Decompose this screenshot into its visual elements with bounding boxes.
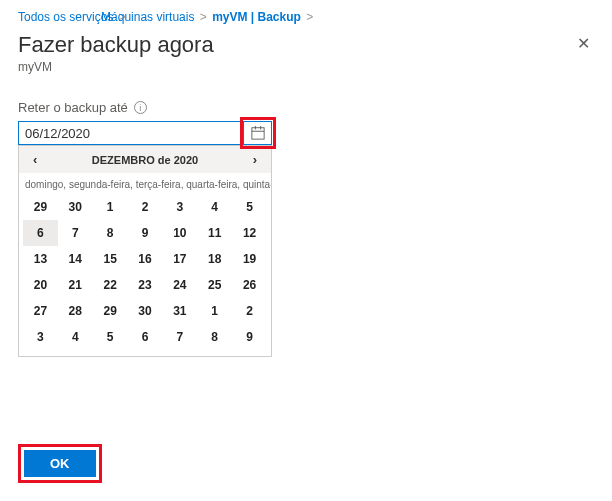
ok-button[interactable]: OK <box>24 450 96 477</box>
calendar-day[interactable]: 16 <box>128 246 163 272</box>
calendar-day[interactable]: 29 <box>93 298 128 324</box>
calendar-popup: ‹ DEZEMBRO de 2020 › domingo, segunda-fe… <box>18 145 272 357</box>
calendar-day[interactable]: 29 <box>23 194 58 220</box>
calendar-day[interactable]: 8 <box>93 220 128 246</box>
calendar-day[interactable]: 3 <box>162 194 197 220</box>
svg-rect-0 <box>251 128 263 139</box>
calendar-day[interactable]: 14 <box>58 246 93 272</box>
calendar-day[interactable]: 27 <box>23 298 58 324</box>
calendar-day[interactable]: 7 <box>58 220 93 246</box>
calendar-day[interactable]: 1 <box>93 194 128 220</box>
calendar-day[interactable]: 15 <box>93 246 128 272</box>
calendar-day[interactable]: 4 <box>58 324 93 350</box>
calendar-day[interactable]: 30 <box>58 194 93 220</box>
calendar-day[interactable]: 24 <box>162 272 197 298</box>
calendar-day[interactable]: 21 <box>58 272 93 298</box>
calendar-day[interactable]: 23 <box>128 272 163 298</box>
retain-date-input[interactable] <box>18 121 244 145</box>
retain-label: Reter o backup até <box>18 100 128 115</box>
calendar-day[interactable]: 9 <box>232 324 267 350</box>
calendar-day[interactable]: 4 <box>197 194 232 220</box>
calendar-day[interactable]: 10 <box>162 220 197 246</box>
calendar-day[interactable]: 2 <box>128 194 163 220</box>
info-icon[interactable]: i <box>134 101 147 114</box>
breadcrumb-item-services[interactable]: Todos os serviços <box>18 10 113 24</box>
calendar-day[interactable]: 22 <box>93 272 128 298</box>
calendar-day[interactable]: 1 <box>197 298 232 324</box>
calendar-next-icon[interactable]: › <box>247 150 263 169</box>
calendar-month-label[interactable]: DEZEMBRO de 2020 <box>92 154 198 166</box>
calendar-day[interactable]: 6 <box>128 324 163 350</box>
page-subtitle: myVM <box>18 60 214 74</box>
calendar-day[interactable]: 11 <box>197 220 232 246</box>
calendar-day[interactable]: 31 <box>162 298 197 324</box>
calendar-day[interactable]: 25 <box>197 272 232 298</box>
calendar-day[interactable]: 17 <box>162 246 197 272</box>
page-title: Fazer backup agora <box>18 32 214 58</box>
calendar-day[interactable]: 8 <box>197 324 232 350</box>
calendar-day[interactable]: 13 <box>23 246 58 272</box>
calendar-day[interactable]: 26 <box>232 272 267 298</box>
date-field-wrap <box>18 121 272 145</box>
retain-label-row: Reter o backup até i <box>18 100 594 115</box>
breadcrumb-item-vms[interactable]: Máquinas virtuais <box>101 10 194 24</box>
calendar-day[interactable]: 6 <box>23 220 58 246</box>
footer: OK <box>18 444 102 483</box>
calendar-header: ‹ DEZEMBRO de 2020 › <box>19 146 271 173</box>
calendar-day[interactable]: 30 <box>128 298 163 324</box>
calendar-prev-icon[interactable]: ‹ <box>27 150 43 169</box>
calendar-grid: 2930123456789101112131415161718192021222… <box>19 194 271 356</box>
calendar-day[interactable]: 20 <box>23 272 58 298</box>
calendar-button[interactable] <box>244 121 272 145</box>
calendar-weekdays: domingo, segunda-feira, terça-feira, qua… <box>19 173 271 194</box>
calendar-day[interactable]: 9 <box>128 220 163 246</box>
breadcrumb-sep: > <box>306 10 313 24</box>
calendar-day[interactable]: 5 <box>232 194 267 220</box>
breadcrumb-sep: > <box>200 10 207 24</box>
calendar-day[interactable]: 5 <box>93 324 128 350</box>
calendar-icon <box>251 126 265 140</box>
calendar-day[interactable]: 3 <box>23 324 58 350</box>
calendar-day[interactable]: 12 <box>232 220 267 246</box>
calendar-day[interactable]: 7 <box>162 324 197 350</box>
calendar-day[interactable]: 28 <box>58 298 93 324</box>
calendar-day[interactable]: 2 <box>232 298 267 324</box>
breadcrumb-item-backup[interactable]: myVM | Backup <box>212 10 301 24</box>
calendar-day[interactable]: 19 <box>232 246 267 272</box>
close-icon[interactable]: ✕ <box>573 30 594 57</box>
ok-highlight-box: OK <box>18 444 102 483</box>
calendar-day[interactable]: 18 <box>197 246 232 272</box>
breadcrumb: Todos os serviços > Máquinas virtuais > … <box>18 10 594 24</box>
